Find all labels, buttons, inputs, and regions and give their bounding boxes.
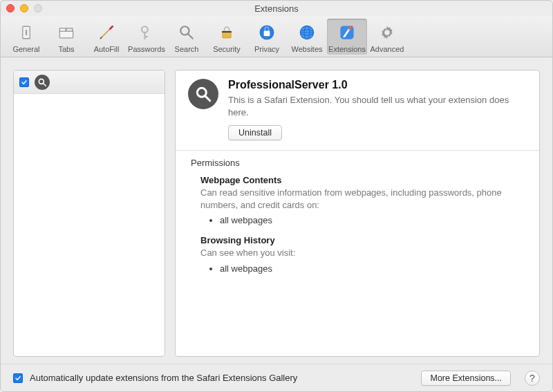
permission-group-title: Browsing History <box>200 235 524 245</box>
permissions-section: Permissions Webpage Contents Can read se… <box>176 151 539 290</box>
auto-update-label: Automatically update extensions from the… <box>30 373 297 383</box>
magnifier-icon <box>35 75 50 90</box>
search-icon <box>177 23 196 44</box>
permission-group-title: Webpage Contents <box>200 175 524 185</box>
extensions-icon <box>337 23 357 44</box>
content-area: ProfessionalServer 1.0 This is a Safari … <box>1 57 552 364</box>
svg-point-7 <box>142 26 148 32</box>
permission-group-browsing-history: Browsing History Can see when you visit:… <box>191 235 524 274</box>
tab-passwords-label: Passwords <box>128 45 165 53</box>
help-button[interactable]: ? <box>525 371 540 386</box>
tab-security-label: Security <box>213 45 241 53</box>
svg-rect-6 <box>66 28 73 30</box>
extension-enabled-checkbox[interactable] <box>19 77 29 87</box>
preferences-window: Extensions General T <box>0 0 553 392</box>
tab-autofill-label: AutoFill <box>94 45 120 53</box>
svg-point-1 <box>26 30 26 30</box>
tab-privacy-label: Privacy <box>254 45 279 53</box>
titlebar: Extensions <box>1 1 552 16</box>
svg-rect-12 <box>264 30 270 36</box>
window-title: Extensions <box>1 3 552 14</box>
extension-list-item[interactable] <box>14 71 165 94</box>
lock-icon <box>217 23 236 44</box>
more-extensions-button[interactable]: More Extensions... <box>421 371 511 386</box>
tab-websites-label: Websites <box>291 45 322 53</box>
permission-item: all webpages <box>220 215 524 225</box>
auto-update-checkbox[interactable] <box>13 373 23 383</box>
permission-group-desc: Can read sensitive information from webp… <box>200 187 524 211</box>
magnifier-icon <box>188 79 218 109</box>
svg-point-18 <box>344 36 345 37</box>
permissions-heading: Permissions <box>191 158 524 168</box>
gear-icon <box>377 23 397 44</box>
tab-tabs[interactable]: Tabs <box>46 19 86 55</box>
tab-autofill[interactable]: AutoFill <box>86 19 126 55</box>
tab-security[interactable]: Security <box>207 19 247 55</box>
svg-point-3 <box>26 33 26 34</box>
permission-group-items: all webpages <box>214 215 524 225</box>
permission-group-webpage-contents: Webpage Contents Can read sensitive info… <box>191 175 524 225</box>
svg-rect-10 <box>222 31 232 32</box>
permission-group-desc: Can see when you visit: <box>200 247 524 259</box>
key-icon <box>137 23 156 44</box>
tab-search-label: Search <box>175 45 199 53</box>
svg-rect-4 <box>59 30 73 38</box>
tab-advanced[interactable]: Advanced <box>367 19 407 55</box>
svg-rect-5 <box>59 28 66 30</box>
tab-websites[interactable]: Websites <box>287 19 327 55</box>
tab-general[interactable]: General <box>6 19 46 55</box>
tab-general-label: General <box>12 45 39 53</box>
general-icon <box>17 23 36 44</box>
svg-point-2 <box>26 32 26 32</box>
svg-point-19 <box>384 30 390 35</box>
tab-extensions[interactable]: Extensions <box>327 19 367 55</box>
privacy-icon <box>257 23 276 44</box>
permission-item: all webpages <box>220 263 524 274</box>
extension-description: This is a Safari Extension. You should t… <box>228 94 527 118</box>
globe-icon <box>297 23 317 44</box>
tab-search[interactable]: Search <box>167 19 207 55</box>
footer: Automatically update extensions from the… <box>1 364 552 391</box>
uninstall-button[interactable]: Uninstall <box>228 125 282 140</box>
extension-title: ProfessionalServer 1.0 <box>228 79 527 91</box>
autofill-icon <box>97 23 116 44</box>
tabs-icon <box>57 23 76 44</box>
extension-detail-pane: ProfessionalServer 1.0 This is a Safari … <box>175 70 540 357</box>
extensions-list <box>13 70 165 357</box>
permission-group-items: all webpages <box>214 263 524 274</box>
preferences-toolbar: General Tabs AutoFill <box>1 16 552 57</box>
extension-header: ProfessionalServer 1.0 This is a Safari … <box>176 71 539 151</box>
tab-advanced-label: Advanced <box>371 45 404 53</box>
tab-extensions-label: Extensions <box>328 45 366 53</box>
tab-privacy[interactable]: Privacy <box>247 19 287 55</box>
tab-tabs-label: Tabs <box>58 45 74 53</box>
tab-passwords[interactable]: Passwords <box>126 19 167 55</box>
